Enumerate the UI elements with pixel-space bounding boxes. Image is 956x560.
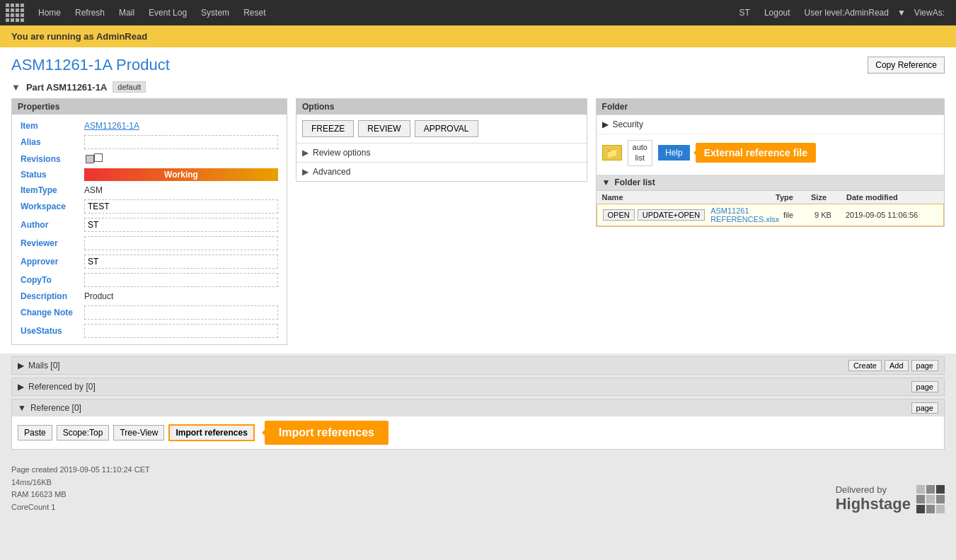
prop-input-approver[interactable] — [84, 255, 278, 269]
approval-button[interactable]: APPROVAL — [415, 120, 478, 137]
file-size: 9 KB — [814, 211, 843, 219]
folder-list-collapse[interactable]: ▼ — [602, 177, 611, 187]
security-row[interactable]: ▶ Security — [597, 115, 944, 134]
prop-input-changenote[interactable] — [84, 305, 278, 320]
prop-row-item: Item ASM11261-1A — [18, 119, 281, 133]
file-name[interactable]: ASM11261 REFERENCES.xlsx — [710, 206, 781, 223]
prop-row-reviewer: Reviewer — [18, 234, 281, 252]
mails-label: Mails [0] — [28, 361, 60, 371]
part-header: ▼ Part ASM11261-1A default — [11, 81, 945, 93]
three-column-layout: Properties Item ASM11261-1A Alias Rev — [11, 98, 945, 345]
reference-collapse-arrow[interactable]: ▼ — [18, 403, 26, 413]
prop-row-approver: Approver — [18, 252, 281, 271]
nav-system[interactable]: System — [195, 6, 235, 19]
reference-page-btn[interactable]: page — [911, 402, 938, 414]
reference-label: Reference [0] — [30, 403, 81, 413]
prop-label-approver: Approver — [18, 252, 81, 271]
prop-input-usestatus[interactable] — [84, 324, 278, 338]
footer: Page created 2019-09-05 11:10:24 CET 14m… — [0, 455, 956, 522]
cube-6 — [936, 495, 945, 503]
nav-reset[interactable]: Reset — [238, 6, 271, 19]
footer-line3: RAM 16623 MB — [11, 489, 150, 501]
cube-5 — [926, 495, 935, 503]
mails-section: ▶ Mails [0] Create Add page — [11, 356, 945, 375]
folder-list-label: Folder list — [614, 177, 655, 187]
import-references-button[interactable]: Import references — [168, 424, 254, 441]
part-label: Part ASM11261-1A — [26, 82, 107, 93]
help-area: Help External reference file — [658, 143, 816, 163]
folder-list-header: ▼ Folder list — [597, 175, 944, 190]
prop-label-revisions: Revisions — [18, 151, 81, 166]
prop-label-itemtype: ItemType — [18, 183, 81, 197]
reference-tags: page — [911, 402, 938, 414]
nav-event-log[interactable]: Event Log — [143, 6, 192, 19]
freeze-button[interactable]: FREEZE — [302, 120, 354, 137]
prop-input-reviewer[interactable] — [84, 236, 278, 250]
prop-input-alias[interactable] — [84, 135, 278, 149]
nav-view-as[interactable]: ViewAs: — [909, 6, 950, 19]
advanced-row[interactable]: ▶ Advanced — [296, 162, 587, 181]
prop-row-usestatus: UseStatus — [18, 322, 281, 340]
tree-view-button[interactable]: Tree-View — [113, 425, 164, 441]
nav-mail[interactable]: Mail — [113, 6, 140, 19]
nav-refresh[interactable]: Refresh — [69, 6, 110, 19]
col-name-header: Name — [602, 193, 776, 202]
prop-label-changenote: Change Note — [18, 303, 81, 322]
folder-file-row: OPEN UPDATE+OPEN ASM11261 REFERENCES.xls… — [597, 204, 944, 226]
prop-input-workspace[interactable] — [84, 199, 278, 214]
mails-tags: Create Add page — [848, 360, 938, 371]
cube-9 — [936, 505, 945, 513]
prop-label-description: Description — [18, 289, 81, 303]
page-title: ASM11261-1A Product — [11, 56, 170, 74]
external-reference-tooltip: External reference file — [696, 143, 816, 163]
prop-input-author[interactable] — [84, 218, 278, 232]
folder-icon[interactable]: 📁 — [602, 145, 622, 161]
paste-button[interactable]: Paste — [18, 425, 52, 441]
grid-icon — [6, 4, 24, 22]
nav-st[interactable]: ST — [734, 6, 756, 19]
update-open-button[interactable]: UPDATE+OPEN — [638, 209, 705, 221]
properties-panel: Properties Item ASM11261-1A Alias Rev — [11, 98, 287, 345]
prop-value-item[interactable]: ASM11261-1A — [84, 121, 139, 131]
review-button[interactable]: REVIEW — [358, 120, 410, 137]
mails-create-btn[interactable]: Create — [848, 360, 882, 371]
advanced-arrow: ▶ — [302, 167, 309, 177]
auto-label: auto — [633, 142, 647, 153]
mails-header[interactable]: ▶ Mails [0] Create Add page — [12, 357, 944, 374]
open-button[interactable]: OPEN — [603, 209, 635, 221]
col-size-header: Size — [811, 193, 846, 202]
scope-top-button[interactable]: Scope:Top — [57, 425, 110, 441]
referenced-by-page-btn[interactable]: page — [911, 381, 938, 392]
referenced-by-tags: page — [911, 381, 938, 392]
prop-row-revisions: Revisions — [18, 151, 281, 166]
prop-label-status: Status — [18, 166, 81, 183]
footer-delivered-by: Delivered by Highstage — [836, 484, 911, 513]
nav-user-level[interactable]: User level:AdminRead — [799, 6, 894, 19]
options-header: Options — [296, 99, 587, 115]
cube-3 — [936, 485, 945, 494]
nav-home[interactable]: Home — [33, 6, 67, 19]
prop-input-copyto[interactable] — [84, 273, 278, 287]
help-button[interactable]: Help — [658, 145, 690, 161]
nav-logout[interactable]: Logout — [759, 6, 796, 19]
prop-row-itemtype: ItemType ASM — [18, 183, 281, 197]
prop-label-usestatus: UseStatus — [18, 322, 81, 340]
referenced-by-section: ▶ Referenced by [0] page — [11, 378, 945, 396]
footer-info: Page created 2019-09-05 11:10:24 CET 14m… — [11, 464, 150, 513]
cube-8 — [926, 505, 935, 513]
footer-line2: 14ms/16KB — [11, 477, 150, 489]
copy-reference-button[interactable]: Copy Reference — [868, 57, 945, 74]
prop-label-alias: Alias — [18, 133, 81, 151]
file-type: file — [783, 211, 812, 219]
cube-1 — [916, 485, 925, 494]
review-options-row[interactable]: ▶ Review options — [296, 143, 587, 162]
part-collapse-arrow[interactable]: ▼ — [11, 82, 21, 93]
prop-row-workspace: Workspace — [18, 197, 281, 216]
status-badge: Working — [84, 168, 278, 181]
options-buttons: FREEZE REVIEW APPROVAL — [296, 115, 587, 143]
mails-add-btn[interactable]: Add — [885, 360, 909, 371]
folder-list-columns: Name Type Size Date modified — [597, 190, 944, 204]
mails-page-btn[interactable]: page — [911, 360, 938, 371]
prop-value-itemtype: ASM — [84, 185, 103, 195]
referenced-by-header[interactable]: ▶ Referenced by [0] page — [12, 378, 944, 395]
